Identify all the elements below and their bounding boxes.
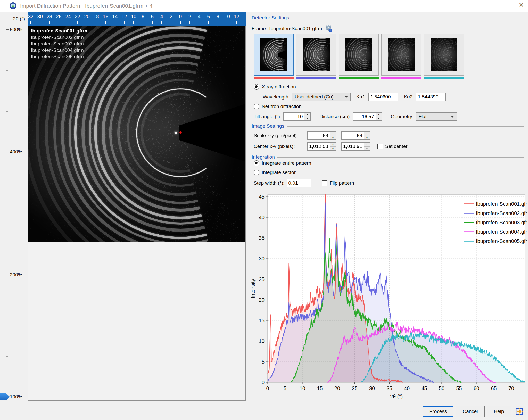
distance-input[interactable] [353, 112, 376, 121]
ruler-tick-mark [218, 21, 218, 24]
ka1-input[interactable] [368, 93, 398, 101]
app-icon [9, 2, 17, 10]
select-region-icon [516, 407, 524, 416]
bottom-divider [0, 404, 528, 404]
ka1-label: Kα1: [356, 94, 367, 100]
spin-down-icon[interactable]: ▼ [330, 136, 336, 140]
center-x-input[interactable] [307, 142, 330, 151]
scale-y-input[interactable] [341, 131, 364, 140]
ruler-tick-label: 20 [84, 14, 89, 19]
wavelength-dropdown[interactable]: User-defined (Cu) [292, 93, 351, 101]
thumbnail-item [424, 34, 464, 79]
zoom-scale-minor-tick [6, 234, 8, 234]
zoom-scale-label: 400% [10, 149, 22, 155]
thumbnail-item [254, 34, 294, 79]
neutron-radio[interactable] [254, 104, 259, 109]
ruler-tick-mark [30, 21, 31, 24]
x-axis-title: 2θ (°) [390, 394, 403, 399]
ruler-tick-mark [133, 21, 134, 24]
close-icon[interactable]: ✕ [519, 2, 524, 9]
center-y-input[interactable] [341, 142, 364, 151]
cancel-button[interactable]: Cancel [456, 406, 485, 417]
spin-up-icon[interactable]: ▲ [304, 113, 310, 117]
scale-y-spin-buttons: ▲▼ [364, 131, 370, 140]
ruler-tick-label: 12 [121, 14, 127, 19]
frame-settings-gear-icon[interactable] [325, 25, 333, 32]
zoom-slider-track [5, 29, 5, 399]
ruler-tick-label: 24 [65, 14, 71, 19]
ruler-tick-label: 18 [94, 14, 99, 19]
y-tick-label: 5 [262, 359, 265, 365]
zoom-scale-tick [6, 29, 9, 30]
process-button[interactable]: Process [423, 406, 453, 417]
diffraction-image-viewport: Ibuprofen-Scan001.gfrmIbuprofen-Scan002.… [28, 26, 246, 401]
ruler-tick-label: 14 [112, 14, 118, 19]
frame-thumbnail-4[interactable] [381, 34, 421, 76]
spin-down-icon[interactable]: ▼ [364, 147, 370, 151]
ruler-tick-mark [208, 21, 209, 24]
spin-up-icon[interactable]: ▲ [364, 143, 370, 147]
frame-file-name: Ibuprofen-Scan005.gfrm [31, 53, 87, 60]
xray-radio-label: X-ray diffraction [262, 84, 296, 90]
scale-x-input[interactable] [307, 131, 330, 140]
neutron-radio-row: Neutron diffraction [254, 104, 302, 109]
frame-thumbnails [254, 34, 466, 79]
legend-label: Ibuprofen-Scan001.gfrm [476, 201, 527, 207]
x-tick-label: 55 [456, 385, 462, 391]
integrate-sector-radio[interactable] [254, 170, 259, 175]
integration-header: Integration [252, 154, 524, 160]
frame-thumbnail-5[interactable] [424, 34, 464, 76]
integrate-entire-radio[interactable] [254, 160, 259, 166]
ruler-tick-mark [236, 21, 237, 24]
ruler-tick-mark [180, 21, 181, 24]
flip-pattern-checkbox[interactable] [322, 180, 327, 186]
spin-down-icon[interactable]: ▼ [364, 136, 370, 140]
geometry-dropdown[interactable]: Flat [416, 112, 457, 121]
frame-thumbnail-3[interactable] [339, 34, 379, 76]
tilt-angle-input[interactable] [283, 112, 304, 121]
wavelength-label: Wavelength: [263, 94, 290, 100]
scale-y-stepper: ▲▼ [341, 131, 370, 140]
spin-up-icon[interactable]: ▲ [330, 132, 336, 136]
ruler-tick-mark [87, 21, 87, 24]
ruler-tick-label: 30 [37, 14, 43, 19]
zoom-scale-label: 800% [10, 27, 22, 32]
thumbnail-series-color-bar [381, 77, 421, 79]
spin-up-icon[interactable]: ▲ [376, 113, 382, 117]
settings-pane: Detector Settings Frame: Ibuprofen-Scan0… [247, 12, 528, 404]
tilt-spin-buttons: ▲▼ [304, 112, 311, 121]
ruler-tick-label: 6 [151, 14, 154, 19]
zoom-scale-minor-tick [6, 356, 8, 357]
detector-settings-title: Detector Settings [252, 15, 289, 21]
frame-thumbnail-2[interactable] [296, 34, 336, 76]
thumbnail-item [296, 34, 336, 79]
image-settings-header: Image Settings [252, 123, 524, 129]
ruler-tick-mark [152, 21, 153, 24]
spin-up-icon[interactable]: ▲ [330, 143, 336, 147]
thumbnail-item [381, 34, 421, 79]
xray-radio-row: X-ray diffraction [254, 84, 296, 90]
frame-file-name: Ibuprofen-Scan002.gfrm [31, 34, 87, 40]
thumbnail-image [431, 38, 457, 71]
thumbnail-image [388, 38, 415, 71]
xray-radio[interactable] [254, 84, 259, 90]
x-tick-label: 70 [508, 385, 514, 391]
scale-x-spin-buttons: ▲▼ [330, 131, 336, 140]
help-button[interactable]: Help [487, 406, 511, 417]
layout-icon-button[interactable] [513, 406, 526, 417]
geometry-label: Geometry: [391, 114, 414, 119]
x-tick-label: 0 [266, 385, 269, 391]
step-width-input[interactable] [287, 179, 311, 187]
y-tick-label: 30 [259, 256, 265, 261]
y-axis-title: Intensity [250, 279, 256, 298]
spin-down-icon[interactable]: ▼ [330, 147, 336, 151]
two-theta-ruler: 3230282624222018161412108642024681012 [28, 12, 246, 26]
spin-down-icon[interactable]: ▼ [304, 117, 310, 121]
spin-up-icon[interactable]: ▲ [364, 132, 370, 136]
frame-thumbnail-1[interactable] [254, 34, 294, 76]
spin-down-icon[interactable]: ▼ [376, 117, 382, 121]
set-center-checkbox[interactable] [377, 144, 383, 149]
chevron-down-icon [345, 96, 348, 98]
frame-file-name: Ibuprofen-Scan004.gfrm [31, 47, 87, 53]
ka2-input[interactable] [416, 93, 446, 101]
